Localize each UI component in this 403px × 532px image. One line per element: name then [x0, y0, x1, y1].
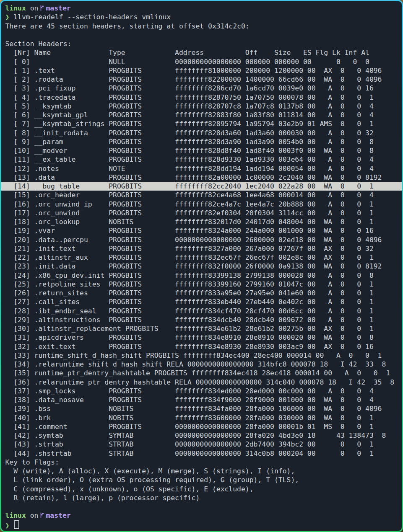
- prompt-directory: linux: [5, 511, 26, 519]
- prompt-on: on: [30, 511, 39, 519]
- section-row: [28] .ibt_endbr_seal PROGBITS ffffffff83…: [1, 307, 402, 315]
- section-row: [34] .relaruntime_shift_d_hash_shift REL…: [1, 360, 402, 369]
- key-to-flags-line: C (compressed), x (unknown), o (OS speci…: [1, 485, 402, 493]
- command-text: llvm-readelf --section-headers vmlinux: [13, 13, 171, 21]
- section-row: [38] .data_nosave PROGBITS ffffffff834f9…: [1, 395, 402, 404]
- section-row: [ 9] __param PROGBITS ffffffff828d3a90 1…: [1, 137, 402, 146]
- section-row: [15] .orc_header PROGBITS ffffffff82ce4a…: [1, 191, 402, 199]
- blank-line: [1, 31, 402, 39]
- section-row: [21] .init.text PROGBITS ffffffff8327a00…: [1, 244, 402, 253]
- section-row: [31] .apicdrivers PROGBITS ffffffff834e8…: [1, 333, 402, 342]
- section-row: [ 7] __ksymtab_strings PROGBITS ffffffff…: [1, 119, 402, 128]
- prompt-branch: master: [46, 511, 70, 519]
- section-row: [36] .relaruntime_ptr_dentry_hashtable R…: [1, 378, 402, 387]
- terminal-body[interactable]: linux onmaster ❯ llvm-readelf --section-…: [1, 1, 402, 531]
- section-row: [23] .init.data PROGBITS ffffffff832f000…: [1, 262, 402, 271]
- command-line: ❯ llvm-readelf --section-headers vmlinux: [1, 13, 402, 21]
- section-row: [42] .symtab SYMTAB 0000000000000000 28f…: [1, 431, 402, 440]
- section-row: [44] .shstrtab STRTAB 0000000000000000 3…: [1, 449, 402, 458]
- table-header-row: [Nr] Name Type Address Off Size ES Flg L…: [1, 48, 402, 57]
- section-row: [ 4] .tracedata PROGBITS ffffffff8287075…: [1, 93, 402, 102]
- section-row: [ 3] .pci_fixup PROGBITS ffffffff8286cd7…: [1, 84, 402, 93]
- section-row: [13] .data PROGBITS ffffffff82a00000 1c0…: [1, 173, 402, 182]
- prompt-on: on: [30, 4, 39, 12]
- section-row: [ 0] NULL 0000000000000000 000000 000000…: [1, 57, 402, 66]
- key-to-flags-lines: W (write), A (alloc), X (execute), M (me…: [1, 467, 402, 502]
- section-row: [40] .brk NOBITS ffffffff83600000 28fa00…: [1, 413, 402, 422]
- prompt-line-top: linux onmaster: [1, 4, 402, 13]
- section-row: [43] .strtab STRTAB 0000000000000000 2db…: [1, 440, 402, 449]
- section-row: [25] .retpoline_sites PROGBITS ffffffff8…: [1, 280, 402, 289]
- section-row: [12] .notes NOTE ffffffff828dd194 1add19…: [1, 164, 402, 173]
- prompt-caret-icon: ❯: [5, 522, 10, 529]
- section-row: [26] .return_sites PROGBITS ffffffff833a…: [1, 289, 402, 297]
- section-row: [20] .data..percpu PROGBITS 000000000000…: [1, 235, 402, 244]
- section-row: [32] .exit.text PROGBITS ffffffff834e893…: [1, 342, 402, 351]
- section-row: [33] runtime_shift_d_hash_shift PROGBITS…: [1, 351, 402, 360]
- key-to-flags-line: W (write), A (alloc), X (execute), M (me…: [1, 467, 402, 475]
- input-line[interactable]: ❯: [1, 520, 402, 529]
- prompt-line-bottom: linux onmaster: [1, 511, 402, 520]
- section-row: [27] .call_sites PROGBITS ffffffff833eb4…: [1, 297, 402, 306]
- section-row: [ 8] __init_rodata PROGBITS ffffffff828d…: [1, 129, 402, 137]
- section-row: [ 6] __ksymtab_gpl PROGBITS ffffffff8288…: [1, 111, 402, 119]
- terminal-window: linux onmaster ❯ llvm-readelf --section-…: [0, 0, 403, 532]
- git-branch-icon: [39, 5, 44, 11]
- git-branch-icon: [39, 512, 44, 519]
- section-row: [ 5] __ksymtab PROGBITS ffffffff828707c8…: [1, 102, 402, 111]
- section-row: [10] __modver PROGBITS ffffffff828d8f40 …: [1, 146, 402, 155]
- section-row: [17] .orc_unwind PROGBITS ffffffff82ef03…: [1, 209, 402, 217]
- section-row: [ 1] .text PROGBITS ffffffff81000000 200…: [1, 66, 402, 75]
- section-row: [16] .orc_unwind_ip PROGBITS ffffffff82c…: [1, 200, 402, 209]
- section-headers-title: Section Headers:: [1, 39, 402, 48]
- prompt-branch: master: [46, 4, 70, 12]
- section-row: [24] .x86_cpu_dev.init PROGBITS ffffffff…: [1, 271, 402, 280]
- section-row: [22] .altinstr_aux PROGBITS ffffffff832e…: [1, 253, 402, 262]
- section-row: [37] .smp_locks PROGBITS ffffffff834ed00…: [1, 387, 402, 395]
- section-row: [ 2] .rodata PROGBITS ffffffff82200000 1…: [1, 75, 402, 84]
- section-headers-table: [Nr] Name Type Address Off Size ES Flg L…: [1, 48, 402, 458]
- section-row: [41] .comment PROGBITS 0000000000000000 …: [1, 422, 402, 431]
- blank-line: [1, 502, 402, 511]
- section-row: [19] .vvar PROGBITS ffffffff8324a000 244…: [1, 226, 402, 235]
- terminal-cursor[interactable]: [14, 520, 19, 529]
- prompt-caret-icon: ❯: [5, 13, 10, 21]
- prompt-on-word: [26, 4, 30, 12]
- section-row: [11] __ex_table PROGBITS ffffffff828d933…: [1, 155, 402, 164]
- key-to-flags-line: R (retain), l (large), p (processor spec…: [1, 493, 402, 502]
- section-row: [39] .bss NOBITS ffffffff834fa000 28fa00…: [1, 404, 402, 413]
- summary-line: There are 45 section headers, starting a…: [1, 22, 402, 31]
- prompt-directory: linux: [5, 4, 26, 12]
- key-to-flags-line: L (link order), O (extra OS processing r…: [1, 475, 402, 484]
- section-row: [35] runtime_ptr_dentry_hashtable PROGBI…: [1, 369, 402, 377]
- section-row: [30] .altinstr_replacement PROGBITS ffff…: [1, 324, 402, 333]
- section-row-highlighted: [14] __bug_table PROGBITS ffffffff82cc20…: [1, 182, 402, 191]
- key-to-flags-title: Key to Flags:: [1, 458, 402, 467]
- section-row: [29] .altinstructions PROGBITS ffffffff8…: [1, 315, 402, 324]
- section-row: [18] .orc_lookup NOBITS ffffffff832017d0…: [1, 217, 402, 226]
